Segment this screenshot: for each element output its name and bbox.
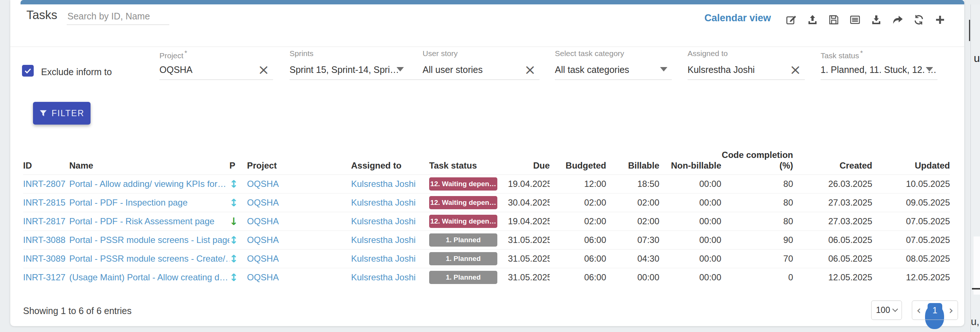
- status-cell: 12. Waiting depen…: [429, 196, 508, 209]
- filter-field-task-category[interactable]: Select task category All task categories: [555, 48, 672, 80]
- assigned-to-link[interactable]: Kulsrestha Joshi: [351, 272, 429, 283]
- due-cell: 31.05.2025: [508, 272, 550, 283]
- assigned-to-link[interactable]: Kulsrestha Joshi: [351, 216, 429, 226]
- filter-field-task-status[interactable]: Task status* 1. Planned, 11. Stuck, 12. …: [821, 48, 937, 80]
- clear-icon[interactable]: ×: [789, 63, 801, 76]
- task-id-link[interactable]: INRT-3089: [23, 254, 69, 264]
- updated-cell: 10.05.2025: [872, 179, 950, 189]
- edge-artifact-line: [972, 288, 980, 289]
- up-down-arrow: ↕: [229, 272, 238, 284]
- table-row[interactable]: INRT-3088 Portal - PSSR module screens -…: [23, 230, 950, 249]
- filter-field-project[interactable]: Project* OQSHA ×: [159, 48, 273, 80]
- chevron-right-icon[interactable]: ›: [949, 305, 953, 316]
- task-name-link[interactable]: Portal - Allow adding/ viewing KPIs for…: [69, 179, 229, 189]
- table-row[interactable]: INRT-2817 Portal - PDF - Risk Assessment…: [23, 212, 950, 230]
- status-badge: 12. Waiting depen…: [429, 177, 497, 191]
- column-header-p[interactable]: P: [229, 160, 247, 171]
- share-icon[interactable]: [892, 14, 904, 25]
- project-link[interactable]: OQSHA: [247, 179, 351, 189]
- exclude-inform-to-label: Exclude inform to: [41, 67, 112, 77]
- column-header-id[interactable]: ID: [23, 160, 69, 171]
- table-row[interactable]: INRT-3089 Portal - PSSR module screens -…: [23, 249, 950, 268]
- table-row[interactable]: INRT-3127 (Usage Maint) Portal - Allow c…: [23, 268, 950, 287]
- task-name-link[interactable]: Portal - PDF - Risk Assessment page: [69, 216, 229, 226]
- column-header-updated[interactable]: Updated: [872, 160, 950, 171]
- project-link[interactable]: OQSHA: [247, 235, 351, 245]
- assigned-to-link[interactable]: Kulsrestha Joshi: [351, 235, 429, 245]
- column-header-project[interactable]: Project: [247, 160, 351, 171]
- chevron-down-icon[interactable]: [660, 67, 667, 71]
- up-down-arrow: ↕: [229, 197, 238, 209]
- due-cell: 19.04.2025: [508, 179, 550, 189]
- code-completion-cell: 80: [721, 216, 793, 226]
- add-icon[interactable]: [934, 14, 946, 25]
- download-icon[interactable]: [870, 14, 882, 25]
- task-name-link[interactable]: (Usage Maint) Portal - Allow creating d…: [69, 272, 229, 283]
- column-header-due[interactable]: Due: [508, 160, 550, 171]
- page-1-button[interactable]: 1: [928, 303, 942, 318]
- column-header-non-billable[interactable]: Non-billable: [659, 160, 721, 171]
- column-header-budgeted[interactable]: Budgeted: [550, 160, 606, 171]
- save-icon[interactable]: [828, 14, 840, 25]
- entries-summary: Showing 1 to 6 of 6 entries: [23, 306, 132, 316]
- assigned-to-link[interactable]: Kulsrestha Joshi: [351, 197, 429, 208]
- project-link[interactable]: OQSHA: [247, 216, 351, 226]
- table-row[interactable]: INRT-2815 Portal - PDF - Inspection page…: [23, 193, 950, 212]
- task-id-link[interactable]: INRT-2815: [23, 197, 69, 208]
- status-badge: 12. Waiting depen…: [429, 196, 497, 209]
- upload-icon[interactable]: [807, 14, 818, 25]
- column-header-code-completion[interactable]: Code completion (%): [721, 149, 793, 171]
- clear-icon[interactable]: ×: [524, 63, 536, 76]
- due-cell: 19.04.2025: [508, 216, 550, 226]
- due-cell: 31.05.2025: [508, 235, 550, 245]
- task-id-link[interactable]: INRT-2817: [23, 216, 69, 226]
- task-name-link[interactable]: Portal - PSSR module screens - List page: [69, 235, 229, 245]
- chevron-left-icon[interactable]: ‹: [916, 305, 921, 316]
- pagination: ‹ 1 ›: [912, 300, 958, 320]
- column-header-task-status[interactable]: Task status: [429, 160, 508, 171]
- list-icon[interactable]: [849, 14, 861, 25]
- filter-field-user-story[interactable]: User story All user stories ×: [423, 48, 539, 80]
- required-asterisk: *: [860, 49, 863, 57]
- user-story-filter-value: All user stories: [423, 65, 483, 75]
- project-link[interactable]: OQSHA: [247, 197, 351, 208]
- task-id-link[interactable]: INRT-3088: [23, 235, 69, 245]
- filter-button-label: FILTER: [52, 108, 85, 118]
- exclude-inform-to-checkbox[interactable]: [22, 65, 34, 76]
- column-header-billable[interactable]: Billable: [606, 160, 659, 171]
- column-header-assigned-to[interactable]: Assigned to: [351, 160, 429, 171]
- task-name-link[interactable]: Portal - PSSR module screens - Create/…: [69, 254, 229, 264]
- project-link[interactable]: OQSHA: [247, 254, 351, 264]
- project-link[interactable]: OQSHA: [247, 272, 351, 283]
- assigned-to-link[interactable]: Kulsrestha Joshi: [351, 254, 429, 264]
- filter-button[interactable]: FILTER: [33, 102, 91, 125]
- compose-icon[interactable]: [785, 14, 797, 25]
- sprints-filter-value: Sprint 15, Sprint-14, Spri…: [290, 65, 399, 75]
- created-cell: 26.03.2025: [793, 179, 872, 189]
- sync-icon[interactable]: [913, 14, 925, 25]
- column-header-created[interactable]: Created: [793, 160, 872, 171]
- column-header-name[interactable]: Name: [69, 160, 229, 171]
- filter-field-assigned-to[interactable]: Assigned to Kulsrestha Joshi ×: [687, 48, 805, 80]
- chevron-down-icon[interactable]: [926, 67, 933, 71]
- non-billable-cell: 00:00: [659, 254, 721, 264]
- calendar-view-link[interactable]: Calendar view: [705, 13, 771, 24]
- task-id-link[interactable]: INRT-2807: [23, 179, 69, 189]
- panel-top-accent-bar: [21, 0, 964, 5]
- up-down-arrow: ↕: [229, 178, 238, 190]
- priority-cell: ↓: [229, 216, 247, 227]
- code-completion-cell: 0: [721, 272, 793, 283]
- check-icon: [24, 67, 32, 75]
- search-input[interactable]: [67, 10, 169, 25]
- non-billable-cell: 00:00: [659, 216, 721, 226]
- page-size-select[interactable]: 100: [871, 300, 902, 320]
- chevron-down-icon[interactable]: [396, 67, 404, 71]
- task-name-link[interactable]: Portal - PDF - Inspection page: [69, 197, 229, 208]
- table-row[interactable]: INRT-2807 Portal - Allow adding/ viewing…: [23, 175, 950, 193]
- task-status-filter-label: Task status: [821, 51, 859, 60]
- task-id-link[interactable]: INRT-3127: [23, 272, 69, 283]
- assigned-to-link[interactable]: Kulsrestha Joshi: [351, 179, 429, 189]
- budgeted-cell: 02:00: [550, 216, 606, 226]
- clear-icon[interactable]: ×: [258, 63, 269, 76]
- project-filter-value: OQSHA: [159, 65, 192, 75]
